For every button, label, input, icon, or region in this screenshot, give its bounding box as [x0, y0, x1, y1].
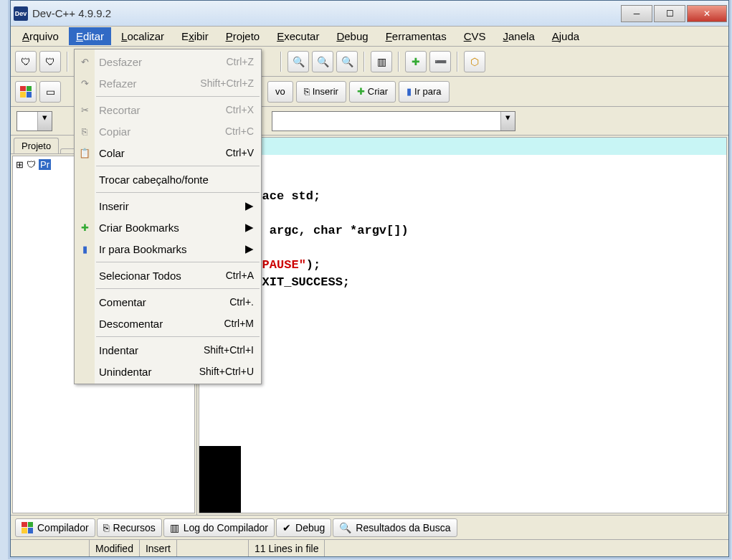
submenu-arrow-icon: ▶ [245, 221, 254, 234]
menuitem-shortcut: Ctrl+. [229, 296, 254, 308]
tab-label: Recursos [113, 522, 156, 533]
chevron-down-icon[interactable]: ▾ [500, 112, 515, 130]
menuitem-label: Trocar cabeçalho/fonte [99, 174, 209, 186]
code-line: g namespace std; [199, 189, 726, 207]
menuitem-label: Desfazer [99, 56, 142, 68]
expand-icon[interactable]: ⊞ [16, 159, 24, 170]
menu-localizar[interactable]: Localizar [114, 27, 171, 45]
menuitem-indentar[interactable]: IndentarShift+Ctrl+I [75, 339, 261, 361]
menuitem-criar-bookmarks[interactable]: ✚Criar Bookmarks▶ [75, 217, 261, 238]
dropdown-1[interactable]: ▾ [16, 111, 52, 131]
bottomtab-debug[interactable]: ✔Debug [276, 518, 331, 537]
menuitem-label: Inserir [99, 200, 129, 212]
titlebar: Dev Dev-C++ 4.9.9.2 ─ ☐ ✕ [11, 1, 728, 27]
add-icon[interactable]: ✚ [405, 51, 427, 72]
menuitem-refazer: ↷RefazerShift+Ctrl+Z [75, 72, 261, 94]
tab-icon: 🔍 [339, 522, 351, 533]
code-editor[interactable]: lude lude g namespace std;main(int argc,… [199, 137, 727, 513]
menu-editar[interactable]: Editar [69, 27, 111, 45]
menu-exibir[interactable]: Exibir [174, 27, 216, 45]
tab-icon: ▥ [170, 522, 179, 533]
insert-icon: ⎘ [304, 86, 310, 97]
shield-icon[interactable]: ⬡ [464, 51, 485, 72]
tb-icon-2[interactable]: 🛡 [39, 51, 61, 72]
submenu-arrow-icon: ▶ [245, 242, 254, 255]
tab-icon: ✔ [282, 522, 291, 533]
menuitem-shortcut: Shift+Ctrl+U [199, 366, 254, 377]
menuitem-comentar[interactable]: ComentarCtrl+. [75, 291, 261, 313]
menuitem-label: Copiar [99, 125, 130, 138]
menuitem-icon: 📋 [77, 146, 92, 160]
menuitem-icon: ✚ [77, 220, 92, 234]
menuitem-label: Indentar [99, 344, 138, 356]
bottomtab-resultados-da-busca[interactable]: 🔍Resultados da Busca [333, 518, 457, 537]
menuitem-shortcut: Ctrl+A [226, 270, 254, 281]
menuitem-label: Selecionar Todos [99, 270, 181, 282]
menuitem-selecionar-todos[interactable]: Selecionar TodosCtrl+A [75, 265, 261, 286]
close-button[interactable]: ✕ [687, 5, 727, 22]
menuitem-inserir[interactable]: Inserir▶ [75, 195, 261, 217]
status-lines: 11 Lines in file [249, 540, 325, 556]
status-blank2 [177, 540, 249, 556]
editor-gutter [199, 446, 241, 513]
menuitem-descomentar[interactable]: DescomentarCtrl+M [75, 313, 261, 334]
layout-icon-2[interactable]: ▭ [39, 81, 61, 103]
maximize-button[interactable]: ☐ [654, 5, 685, 22]
menuitem-desfazer: ↶DesfazerCtrl+Z [75, 51, 261, 72]
bottomtab-log-do-compilador[interactable]: ▥Log do Compilador [163, 518, 275, 537]
menuitem-colar[interactable]: 📋ColarCtrl+V [75, 142, 261, 163]
code-line [199, 207, 726, 224]
menu-ajuda[interactable]: Ajuda [545, 27, 586, 45]
plus-icon: ✚ [357, 86, 365, 97]
menuitem-label: Ir para Bookmarks [99, 243, 187, 255]
tab-projeto[interactable]: Projeto [14, 138, 59, 153]
tab-label: Debug [295, 522, 325, 533]
menu-ferramentas[interactable]: Ferramentas [379, 27, 454, 45]
zoom-out-icon[interactable]: 🔍 [312, 51, 333, 72]
code-line [199, 241, 726, 258]
remove-icon[interactable]: ➖ [429, 51, 451, 72]
tab-icon: ⎘ [103, 522, 109, 533]
code-line: system("PAUSE"); [199, 258, 726, 275]
menuitem-unindentar[interactable]: UnindentarShift+Ctrl+U [75, 361, 261, 382]
zoom-in-icon[interactable]: 🔍 [287, 51, 309, 72]
tab-label: Resultados da Busca [356, 522, 450, 533]
vo-button[interactable]: vo [267, 81, 293, 103]
menuitem-label: Refazer [99, 77, 137, 90]
criar-button[interactable]: ✚Criar [349, 81, 396, 103]
menu-projeto[interactable]: Projeto [219, 27, 267, 45]
bottomtab-recursos[interactable]: ⎘Recursos [97, 518, 162, 537]
status-modified: Modified [90, 540, 140, 556]
statusbar: Modified Insert 11 Lines in file [11, 539, 728, 556]
menuitem-shortcut: Ctrl+V [226, 147, 254, 158]
menu-executar[interactable]: Executar [270, 27, 326, 45]
menuitem-label: Criar Bookmarks [99, 222, 179, 234]
menu-janela[interactable]: Janela [496, 27, 542, 45]
menuitem-shortcut: Ctrl+Z [227, 56, 255, 67]
irpara-button[interactable]: ▮Ir para [399, 81, 450, 103]
goto-icon[interactable]: ▥ [371, 51, 392, 72]
menuitem-label: Recortar [99, 104, 141, 116]
bottomtab-compilador[interactable]: Compilador [15, 518, 95, 537]
menuitem-shortcut: Shift+Ctrl+I [204, 344, 254, 356]
code-line: lude [199, 138, 726, 155]
menu-cvs[interactable]: CVS [457, 27, 493, 45]
menu-debug[interactable]: Debug [329, 27, 375, 45]
menuitem-label: Colar [99, 147, 125, 159]
menuitem-copiar: ⎘CopiarCtrl+C [75, 120, 261, 142]
dropdown-2[interactable]: ▾ [272, 111, 515, 131]
menuitem-icon: ▮ [77, 242, 92, 256]
bookmark-icon: ▮ [407, 86, 412, 97]
menuitem-ir-para-bookmarks[interactable]: ▮Ir para Bookmarks▶ [75, 238, 261, 260]
menuitem-recortar: ✂RecortarCtrl+X [75, 99, 261, 120]
zoom-reset-icon[interactable]: 🔍 [336, 51, 358, 72]
minimize-button[interactable]: ─ [621, 5, 652, 22]
menuitem-trocar-cabe-alho-fonte[interactable]: Trocar cabeçalho/fonte [75, 169, 261, 190]
layout-icon-1[interactable] [15, 81, 37, 103]
menu-arquivo[interactable]: Arquivo [15, 27, 66, 45]
inserir-button[interactable]: ⎘Inserir [296, 81, 346, 103]
bottom-tabs: Compilador⎘Recursos▥Log do Compilador✔De… [11, 515, 728, 539]
chevron-down-icon[interactable]: ▾ [37, 112, 52, 130]
tb-icon-1[interactable]: 🛡 [15, 51, 37, 72]
menuitem-label: Unindentar [99, 366, 151, 378]
